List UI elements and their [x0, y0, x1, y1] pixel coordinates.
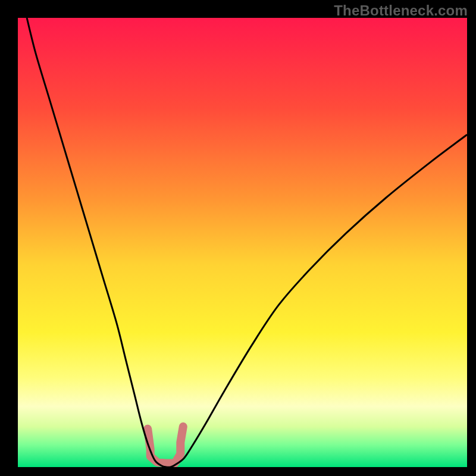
gradient-background: [18, 18, 467, 467]
plot-area: [18, 18, 467, 467]
chart-frame: TheBottleneck.com: [0, 0, 476, 476]
bottleneck-chart: [18, 18, 467, 467]
watermark-text: TheBottleneck.com: [334, 2, 468, 19]
